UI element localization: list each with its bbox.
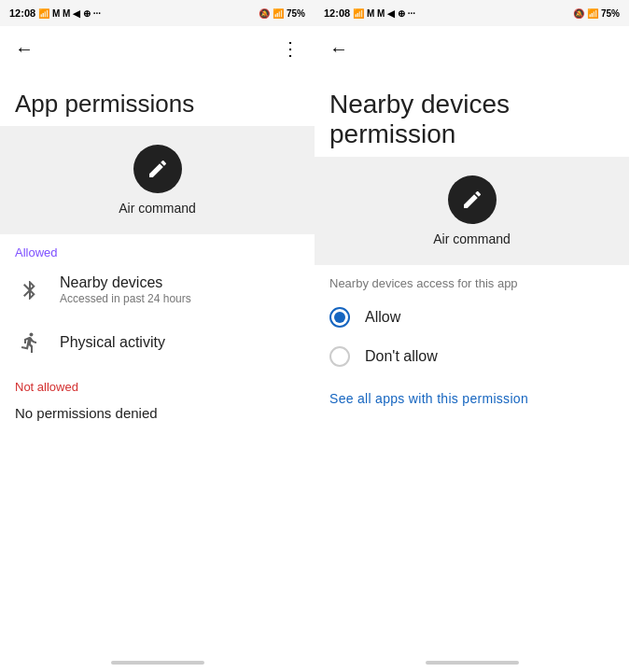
app-icon-section-right: Air command [315, 157, 629, 265]
physical-activity-name: Physical activity [60, 334, 165, 351]
nearby-devices-sub: Accessed in past 24 hours [60, 292, 191, 305]
dont-allow-radio-button[interactable] [329, 346, 350, 367]
app-icon-section-left: Air command [0, 126, 315, 234]
status-right: 🔕 📶 75% [259, 8, 305, 19]
back-button-right[interactable]: ← [322, 32, 356, 65]
pen-icon [147, 158, 169, 180]
menu-button-left[interactable]: ⋮ [273, 32, 307, 65]
dont-allow-radio-item[interactable]: Don't allow [329, 337, 614, 376]
physical-activity-text: Physical activity [60, 334, 165, 351]
left-screen: 12:08 📶 M M ◀ ⊕ ··· 🔕 📶 75% ← ⋮ App perm… [0, 0, 315, 672]
page-title-left: App permissions [0, 71, 315, 126]
top-bar-right: ← [315, 26, 629, 71]
no-permissions-text: No permissions denied [0, 398, 315, 428]
signal-icons: 📶 M M ◀ ⊕ ··· [38, 8, 101, 19]
allow-radio-item[interactable]: Allow [329, 298, 614, 337]
right-screen: 12:08 📶 M M ◀ ⊕ ··· 🔕 📶 75% ← Nearby dev… [315, 0, 629, 672]
nearby-devices-name: Nearby devices [60, 274, 191, 291]
allow-radio-button[interactable] [329, 307, 350, 328]
physical-activity-item[interactable]: Physical activity [0, 316, 315, 369]
allow-radio-label: Allow [365, 309, 400, 326]
time-right: 12:08 [324, 7, 350, 19]
allow-radio-inner [334, 312, 345, 323]
page-title-right: Nearby devices permission [315, 71, 629, 157]
app-icon-left [133, 145, 182, 193]
not-allowed-label: Not allowed [0, 369, 315, 398]
status-bar-left: 12:08 📶 M M ◀ ⊕ ··· 🔕 📶 75% [0, 0, 315, 26]
app-icon-right [448, 175, 497, 224]
signal-icons-right: 📶 M M ◀ ⊕ ··· [353, 8, 415, 19]
allowed-label: Allowed [0, 234, 315, 263]
top-bar-left: ← ⋮ [0, 26, 315, 71]
status-left-right: 12:08 📶 M M ◀ ⊕ ··· [324, 7, 415, 19]
bluetooth-scan-icon [19, 279, 41, 301]
status-bar-right: 12:08 📶 M M ◀ ⊕ ··· 🔕 📶 75% [315, 0, 629, 26]
status-left: 12:08 📶 M M ◀ ⊕ ··· [9, 7, 101, 19]
scroll-indicator-right [426, 661, 519, 665]
scroll-indicator-left [111, 661, 204, 665]
nearby-devices-text: Nearby devices Accessed in past 24 hours [60, 274, 191, 305]
dots-icon-left: ⋮ [281, 37, 300, 60]
status-right-right: 🔕 📶 75% [573, 8, 620, 19]
back-button-left[interactable]: ← [7, 32, 41, 65]
back-arrow-icon-right: ← [329, 38, 348, 60]
radio-section: Nearby devices access for this app Allow… [315, 265, 629, 376]
directions-run-icon [19, 331, 41, 354]
app-name-left: Air command [119, 201, 195, 216]
nearby-devices-item[interactable]: Nearby devices Accessed in past 24 hours [0, 263, 315, 316]
radio-header: Nearby devices access for this app [329, 265, 614, 298]
pen-icon-right [461, 189, 483, 211]
time-left: 12:08 [9, 7, 35, 19]
back-arrow-icon-left: ← [15, 38, 34, 60]
see-all-apps-link[interactable]: See all apps with this permission [315, 376, 629, 421]
nearby-devices-icon [15, 275, 45, 305]
battery-text-right: 75% [601, 8, 620, 19]
battery-icon-right: 🔕 📶 [573, 8, 598, 19]
battery-text-left: 75% [287, 8, 305, 19]
app-name-right: Air command [433, 231, 510, 246]
dont-allow-radio-label: Don't allow [365, 348, 438, 365]
physical-activity-icon [15, 328, 45, 357]
battery-icon-left: 🔕 📶 [259, 8, 284, 19]
